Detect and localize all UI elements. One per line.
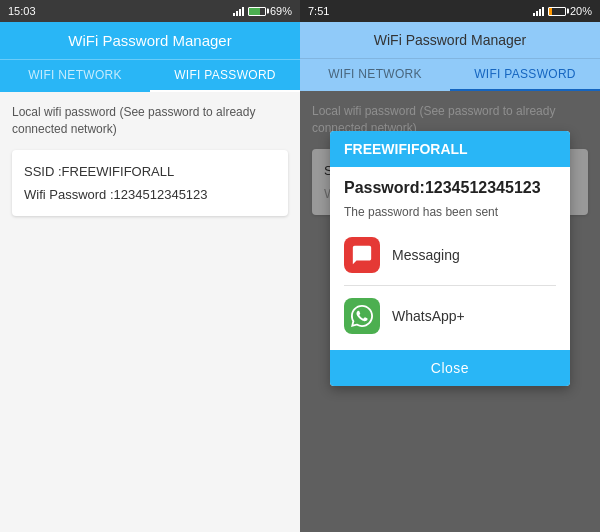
dialog-close-button[interactable]: Close: [330, 350, 570, 386]
time-right: 7:51: [308, 5, 329, 17]
password-label-left: Wifi Password :1234512345123: [24, 183, 276, 206]
dialog-body: Password:1234512345123 The password has …: [330, 167, 570, 350]
content-left: Local wifi password (See password to alr…: [0, 92, 300, 532]
tabs-left: WIFI NETWORK WIFI PASSWORD: [0, 59, 300, 92]
share-dialog: FREEWIFIFORALL Password:1234512345123 Th…: [330, 131, 570, 386]
wifi-info-box-left: SSID :FREEWIFIFORALL Wifi Password :1234…: [12, 150, 288, 217]
messaging-label: Messaging: [392, 247, 460, 263]
dialog-title: FREEWIFIFORALL: [330, 131, 570, 167]
status-bar-left: 15:03 69%: [0, 0, 300, 22]
messaging-app-item[interactable]: Messaging: [344, 229, 556, 281]
tab-wifi-password-right[interactable]: WIFI PASSWORD: [450, 59, 600, 91]
battery-percent-left: 69%: [270, 5, 292, 17]
battery-icon-left: [248, 7, 266, 16]
time-left: 15:03: [8, 5, 36, 17]
dialog-sent-text: The password has been sent: [344, 205, 556, 219]
dialog-password: Password:1234512345123: [344, 179, 556, 197]
dialog-overlay: FREEWIFIFORALL Password:1234512345123 Th…: [300, 91, 600, 532]
tab-wifi-network-right[interactable]: WIFI NETWORK: [300, 59, 450, 91]
whatsapp-icon: [344, 298, 380, 334]
phone-left: 15:03 69% WiFi Password Manager WIFI NET…: [0, 0, 300, 532]
status-bar-right: 7:51 20%: [300, 0, 600, 22]
signal-icon-right: [533, 6, 544, 16]
battery-icon-right: [548, 7, 566, 16]
ssid-label-left: SSID :FREEWIFIFORALL: [24, 160, 276, 183]
whatsapp-label: WhatsApp+: [392, 308, 465, 324]
tabs-right: WIFI NETWORK WIFI PASSWORD: [300, 58, 600, 91]
status-icons-right: 20%: [533, 5, 592, 17]
whatsapp-svg-icon: [351, 305, 373, 327]
status-icons-left: 69%: [233, 5, 292, 17]
top-bar-right: WiFi Password Manager: [300, 22, 600, 58]
signal-icon-left: [233, 6, 244, 16]
phone-right: 7:51 20% WiFi Password Manager WIFI NETW…: [300, 0, 600, 532]
description-left: Local wifi password (See password to alr…: [12, 104, 288, 138]
content-right-behind: Local wifi password (See password to alr…: [300, 91, 600, 532]
battery-percent-right: 20%: [570, 5, 592, 17]
messaging-icon: [344, 237, 380, 273]
top-bar-left: WiFi Password Manager: [0, 22, 300, 59]
dialog-divider: [344, 285, 556, 286]
tab-wifi-password-left[interactable]: WIFI PASSWORD: [150, 60, 300, 92]
messaging-svg-icon: [351, 244, 373, 266]
whatsapp-app-item[interactable]: WhatsApp+: [344, 290, 556, 342]
tab-wifi-network-left[interactable]: WIFI NETWORK: [0, 60, 150, 92]
